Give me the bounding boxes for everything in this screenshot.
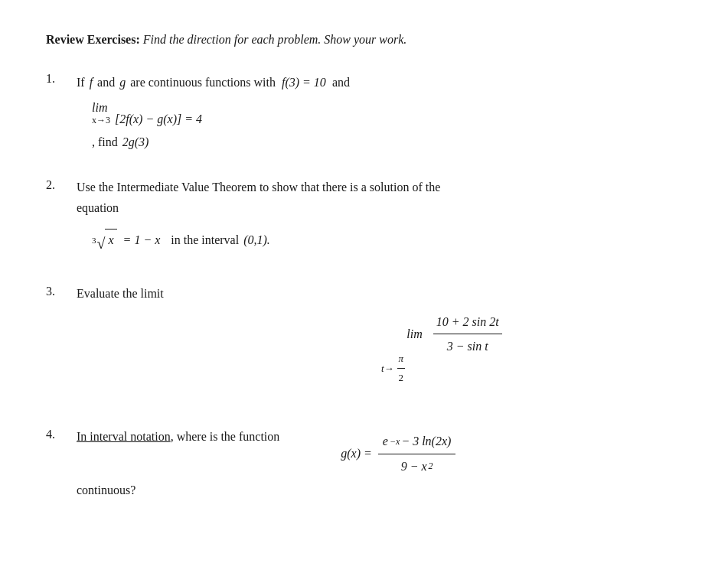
problem-4-line1: In interval notation, where is the funct…: [77, 426, 279, 447]
problem-3-text: Evaluate the limit: [77, 287, 164, 300]
problem-1-lim-sub: x→3: [92, 115, 110, 126]
problem-2: 2. Use the Intermediate Value Theorem to…: [46, 177, 682, 256]
problem-1-and2: and: [332, 70, 350, 95]
problem-2-eq-rest: = 1 − x: [123, 230, 161, 250]
problem-1-lim-expr: [2f(x) − g(x)] = 4: [115, 112, 202, 126]
gx-denominator: 9 − x2: [397, 454, 438, 477]
fraction-numerator: 10 + 2 sin 2t: [433, 311, 502, 334]
problem-1-f: f: [90, 70, 93, 95]
gx-e: e: [383, 431, 388, 451]
problem-3-limit-display: lim 10 + 2 sin 2t 3 − sin t t→: [230, 311, 682, 387]
problem-2-interval-text: in the interval: [171, 230, 239, 250]
gx-exp: −x: [390, 434, 400, 449]
problem-1: 1. If f and g are continuous functions w…: [46, 70, 682, 149]
gx-den: 9 − x: [401, 456, 427, 477]
problem-2-interval: (0,1).: [243, 230, 270, 250]
header-bold: Review Exercises:: [46, 33, 140, 46]
problem-list: 1. If f and g are continuous functions w…: [46, 70, 682, 500]
problem-4: 4. In interval notation, where is the fu…: [46, 426, 682, 500]
problem-1-and1: and: [97, 70, 115, 95]
cube-root-index: 3: [92, 233, 96, 248]
problem-1-f3eq: f(3) = 10: [282, 70, 326, 95]
problem-2-line1: Use the Intermediate Value Theorem to sh…: [77, 177, 682, 197]
problem-4-text-after: , where is the function: [171, 430, 280, 443]
review-header: Review Exercises: Find the direction for…: [46, 31, 682, 49]
problem-3-number: 3.: [46, 283, 77, 298]
gx-label: g(x) =: [341, 443, 372, 464]
pi-symbol: π: [399, 353, 404, 364]
lim-t-arrow: t→: [381, 360, 394, 377]
problem-1-lim-label: lim: [92, 101, 107, 115]
problem-4-underline-text: In interval notation: [77, 430, 171, 443]
problem-4-lines: In interval notation, where is the funct…: [77, 426, 682, 500]
problem-1-line1: If f and g are continuous functions with…: [77, 70, 682, 95]
header-italic: Find the direction for each problem. Sho…: [140, 33, 407, 46]
limit-display-row: lim 10 + 2 sin 2t 3 − sin t: [406, 311, 504, 356]
cube-root-symbol: √: [97, 236, 106, 251]
gx-numerator: e−x − 3 ln(2x): [378, 431, 456, 454]
problem-3: 3. Evaluate the limit lim 10 + 2 sin 2t …: [46, 283, 682, 395]
problem-1-content: If f and g are continuous functions with…: [77, 70, 682, 149]
problem-3-fraction: 10 + 2 sin 2t 3 − sin t: [433, 311, 502, 356]
problem-2-content: Use the Intermediate Value Theorem to sh…: [77, 177, 682, 256]
problem-1-g: g: [119, 70, 126, 95]
problem-1-lim-block: lim x→3 [2f(x) − g(x)] = 4: [92, 101, 682, 126]
problem-4-line2: continuous?: [77, 480, 682, 500]
problem-1-find-expr: 2g(3): [122, 135, 149, 149]
problem-4-content: In interval notation, where is the funct…: [77, 426, 682, 500]
pi-numerator: π: [397, 350, 406, 369]
problem-2-equation: 3 √ x = 1 − x in the interval (0,1).: [92, 229, 682, 250]
fraction-denominator: 3 − sin t: [444, 334, 491, 356]
pi-denominator: 2: [397, 369, 406, 386]
gx-fraction: e−x − 3 ln(2x) 9 − x2: [378, 431, 456, 476]
problem-3-content: Evaluate the limit lim 10 + 2 sin 2t 3 −…: [77, 283, 682, 395]
problem-1-number: 1.: [46, 70, 77, 86]
lim-subscript-row: t→ π 2: [381, 350, 408, 386]
page-content: Review Exercises: Find the direction for…: [46, 31, 682, 500]
problem-1-if: If: [77, 70, 85, 95]
problem-1-find-text: , find: [92, 135, 118, 149]
cube-root-content: x: [105, 229, 116, 250]
problem-3-lim-label: lim: [406, 324, 422, 344]
problem-1-find-line: , find 2g(3): [92, 135, 682, 149]
problem-2-line2: equation: [77, 197, 682, 218]
lim-with-sub: lim: [406, 324, 422, 344]
gx-display: g(x) = e−x − 3 ln(2x) 9 − x2: [341, 431, 455, 476]
problem-4-number: 4.: [46, 426, 77, 441]
pi-over-2: π 2: [397, 350, 406, 386]
gx-den-exp: 2: [429, 458, 433, 474]
gx-rest: − 3 ln(2x): [401, 431, 451, 451]
problem-2-number: 2.: [46, 177, 77, 192]
cube-root-x: 3 √ x: [92, 229, 117, 250]
problem-1-lim-container: lim x→3: [92, 101, 110, 126]
problem-1-continuous-text: are continuous functions with: [130, 70, 276, 95]
